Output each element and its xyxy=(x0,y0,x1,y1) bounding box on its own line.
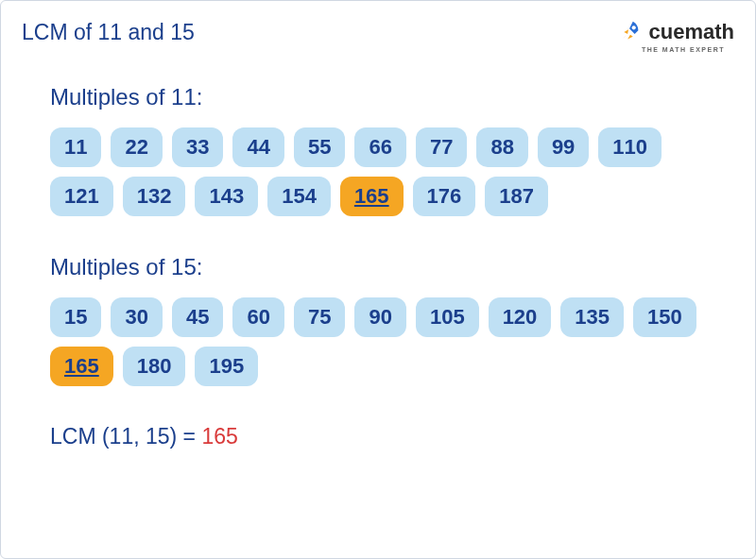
multiple-chip-highlight: 165 xyxy=(340,177,404,216)
multiple-chip: 45 xyxy=(172,297,223,337)
multiple-chip: 120 xyxy=(489,297,552,337)
multiple-chip-highlight: 165 xyxy=(50,347,113,386)
multiple-chip: 150 xyxy=(633,297,696,337)
multiple-chip: 180 xyxy=(123,347,186,386)
content: Multiples of 11: 11223344556677889911012… xyxy=(1,46,755,449)
multiple-chip: 143 xyxy=(195,177,258,216)
page-title: LCM of 11 and 15 xyxy=(22,20,195,45)
multiple-chip: 132 xyxy=(123,177,186,216)
multiple-chip: 77 xyxy=(416,127,467,167)
multiple-chip: 66 xyxy=(354,127,405,167)
multiple-chip: 135 xyxy=(560,297,624,337)
multiple-chip: 11 xyxy=(50,127,101,167)
multiple-chip: 33 xyxy=(172,127,223,167)
section-multiples-15: Multiples of 15: 15304560759010512013515… xyxy=(50,254,706,386)
multiple-chip: 30 xyxy=(111,297,162,337)
multiples-list-15: 153045607590105120135150165180195 xyxy=(50,297,706,386)
multiple-chip: 15 xyxy=(50,297,101,337)
result-prefix: LCM (11, 15) = xyxy=(50,424,201,449)
multiple-chip: 176 xyxy=(413,177,476,216)
svg-point-0 xyxy=(631,25,635,29)
brand-logo: cuemath xyxy=(615,18,734,46)
multiple-chip: 55 xyxy=(294,127,345,167)
multiple-chip: 105 xyxy=(416,297,479,337)
multiple-chip: 90 xyxy=(354,297,405,337)
multiple-chip: 99 xyxy=(538,127,589,167)
multiple-chip: 60 xyxy=(232,297,284,337)
section-multiples-11: Multiples of 11: 11223344556677889911012… xyxy=(50,84,706,216)
multiple-chip: 154 xyxy=(267,177,331,216)
multiple-chip: 44 xyxy=(232,127,284,167)
section-label: Multiples of 15: xyxy=(50,254,706,280)
multiple-chip: 121 xyxy=(50,177,113,216)
multiple-chip: 22 xyxy=(111,127,162,167)
lcm-result: LCM (11, 15) = 165 xyxy=(50,424,706,449)
rocket-icon xyxy=(615,18,644,46)
brand-name: cuemath xyxy=(649,20,734,44)
multiple-chip: 88 xyxy=(476,127,527,167)
header: LCM of 11 and 15 cuemath THE MATH EXPERT xyxy=(1,1,755,46)
section-label: Multiples of 11: xyxy=(50,84,706,110)
multiple-chip: 110 xyxy=(598,127,662,167)
multiple-chip: 75 xyxy=(294,297,345,337)
multiple-chip: 195 xyxy=(195,347,258,386)
result-answer: 165 xyxy=(201,424,237,449)
brand-tagline: THE MATH EXPERT xyxy=(642,46,725,53)
multiple-chip: 187 xyxy=(485,177,548,216)
multiples-list-11: 1122334455667788991101211321431541651761… xyxy=(50,127,706,216)
